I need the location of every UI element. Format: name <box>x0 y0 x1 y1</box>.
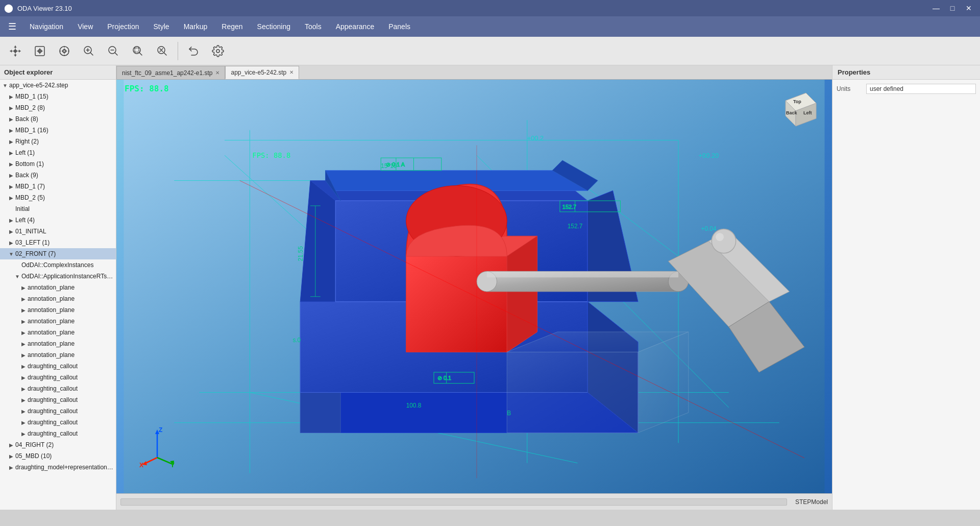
explorer-content: ▼ app_vice-e5-242.step ▶ MBD_1 (15) ▶ MB… <box>0 80 116 510</box>
tool-settings[interactable] <box>207 40 229 62</box>
menu-navigation[interactable]: Navigation <box>22 16 70 37</box>
view-cube[interactable]: Top Back Left <box>778 88 824 134</box>
svg-point-4 <box>63 50 66 53</box>
list-item[interactable]: ▶ 05_MBD (10) <box>0 450 116 462</box>
list-item[interactable]: ▶ 03_LEFT (1) <box>0 237 116 248</box>
tool-zoom-in[interactable] <box>78 40 100 62</box>
dim-text: FPS: 88.8 <box>252 151 290 159</box>
chevron-down-icon: ▼ <box>14 273 20 280</box>
menu-projection[interactable]: Projection <box>100 16 146 37</box>
list-item[interactable]: ▼ OdDAI::ApplicationInstanceRTs (7) <box>0 271 116 282</box>
svg-text:+0.04: +0.04 <box>701 225 717 232</box>
minimize-button[interactable]: — <box>929 3 943 13</box>
tool-orbit[interactable] <box>29 40 51 62</box>
close-button[interactable]: ✕ <box>962 3 976 13</box>
list-item[interactable]: ▶ MBD_1 (15) <box>0 91 116 102</box>
list-item[interactable]: ▶ draughting_callout <box>0 394 116 405</box>
tool-turntable[interactable] <box>53 40 76 62</box>
property-units-row: Units user defined <box>837 84 976 94</box>
menu-tools[interactable]: Tools <box>298 16 329 37</box>
viewport[interactable]: FPS: 88.8 21.55 152.7 15°10' s.0 100.8 B <box>116 80 832 493</box>
list-item[interactable]: ▶ annotation_plane <box>0 293 116 304</box>
svg-text:s.0: s.0 <box>292 337 301 344</box>
horizontal-scrollbar[interactable] <box>120 498 787 506</box>
hamburger-button[interactable]: ☰ <box>2 16 22 37</box>
list-item[interactable]: ▶ Left (4) <box>0 214 116 226</box>
list-item[interactable]: ▶ draughting_callout <box>0 361 116 372</box>
list-item[interactable]: ▶ annotation_plane <box>0 338 116 349</box>
list-item[interactable]: ▶ annotation_plane <box>0 349 116 361</box>
list-item[interactable]: ▶ MBD_2 (5) <box>0 192 116 203</box>
tool-zoom-out[interactable] <box>102 40 125 62</box>
tab-close-button[interactable]: ✕ <box>289 70 293 75</box>
titlebar: ⬤ ODA Viewer 23.10 — □ ✕ <box>0 0 980 16</box>
chevron-right-icon: ▶ <box>20 329 27 337</box>
menu-sectioning[interactable]: Sectioning <box>250 16 298 37</box>
tool-zoom-window[interactable] <box>127 40 149 62</box>
tree-item-02front[interactable]: ▼ 02_FRONT (7) <box>0 248 116 259</box>
list-item[interactable]: ▶ draughting_callout <box>0 428 116 439</box>
list-item[interactable]: ▶ 04_RIGHT (2) <box>0 439 116 450</box>
menu-view[interactable]: View <box>70 16 100 37</box>
tab-file1[interactable]: nist_ftc_09_asme1_ap242-e1.stp ✕ <box>116 66 225 79</box>
tab-close-button[interactable]: ✕ <box>215 70 219 76</box>
chevron-right-icon: ▶ <box>8 194 14 202</box>
svg-text:Z: Z <box>159 427 162 434</box>
list-item[interactable]: ▶ MBD_1 (16) <box>0 125 116 136</box>
svg-point-45 <box>716 233 724 241</box>
list-item[interactable]: ▶ Left (1) <box>0 147 116 158</box>
tree-item-initial[interactable]: Initial <box>0 203 116 214</box>
chevron-down-icon: ▼ <box>2 82 8 89</box>
svg-marker-36 <box>507 236 537 352</box>
list-item[interactable]: ▶ MBD_1 (7) <box>0 181 116 192</box>
svg-line-80 <box>157 458 172 464</box>
svg-text:X: X <box>139 462 143 468</box>
tree-item-right[interactable]: ▶ Right (2) <box>0 136 116 147</box>
chevron-right-icon: ▶ <box>20 351 27 359</box>
list-item[interactable]: ▶ annotation_plane <box>0 304 116 316</box>
list-item[interactable]: ▶ annotation_plane <box>0 316 116 327</box>
list-item[interactable]: ▶ Back (8) <box>0 113 116 125</box>
chevron-right-icon: ▶ <box>20 419 27 426</box>
list-item[interactable]: ▶ draughting_callout <box>0 383 116 394</box>
svg-point-44 <box>712 229 736 253</box>
tool-zoom-extents[interactable] <box>151 40 174 62</box>
chevron-right-icon: ▶ <box>8 464 14 471</box>
list-item[interactable]: ▶ draughting_callout <box>0 372 116 383</box>
tab-label: app_vice-e5-242.stp <box>231 69 286 76</box>
center-area: nist_ftc_09_asme1_ap242-e1.stp ✕ app_vic… <box>116 65 832 510</box>
chevron-right-icon: ▶ <box>20 374 27 381</box>
menubar: ☰ Navigation View Projection Style Marku… <box>0 16 980 37</box>
menu-appearance[interactable]: Appearance <box>329 16 382 37</box>
menu-style[interactable]: Style <box>146 16 177 37</box>
tool-undo[interactable] <box>182 40 205 62</box>
list-item[interactable]: ▶ annotation_plane <box>0 282 116 293</box>
tree-root[interactable]: ▼ app_vice-e5-242.step <box>0 80 116 91</box>
chevron-right-icon: ▶ <box>20 284 27 292</box>
svg-rect-41 <box>487 271 678 277</box>
menu-markup[interactable]: Markup <box>177 16 215 37</box>
units-label: Units <box>837 85 862 92</box>
svg-text:+00.20: +00.20 <box>699 152 719 159</box>
list-item[interactable]: ▶ draughting_callout <box>0 405 116 417</box>
list-item[interactable]: ▶ Back (9) <box>0 170 116 181</box>
list-item[interactable]: ▶ annotation_plane <box>0 327 116 338</box>
properties-content: Units user defined <box>832 80 980 98</box>
svg-text:⊘ 0.1: ⊘ 0.1 <box>437 375 451 381</box>
menu-panels[interactable]: Panels <box>381 16 418 37</box>
list-item[interactable]: ▶ draughting_model+representation+shap..… <box>0 462 116 473</box>
3d-model-canvas: FPS: 88.8 21.55 152.7 15°10' s.0 100.8 B <box>116 80 832 493</box>
list-item[interactable]: ▶ 01_INITIAL <box>0 226 116 237</box>
list-item[interactable]: ▶ draughting_callout <box>0 417 116 428</box>
list-item[interactable]: ▶ Bottom (1) <box>0 158 116 170</box>
window-controls: — □ ✕ <box>929 3 976 13</box>
list-item[interactable]: ▶ MBD_2 (8) <box>0 102 116 113</box>
chevron-right-icon: ▶ <box>8 149 14 157</box>
svg-text:100.8: 100.8 <box>406 402 422 409</box>
maximize-button[interactable]: □ <box>945 3 960 13</box>
list-item[interactable]: OdDAI::ComplexInstances <box>0 259 116 271</box>
menu-regen[interactable]: Regen <box>214 16 250 37</box>
svg-text:Y: Y <box>170 462 175 468</box>
tab-file2[interactable]: app_vice-e5-242.stp ✕ <box>225 66 299 79</box>
tool-pan[interactable] <box>4 40 27 62</box>
